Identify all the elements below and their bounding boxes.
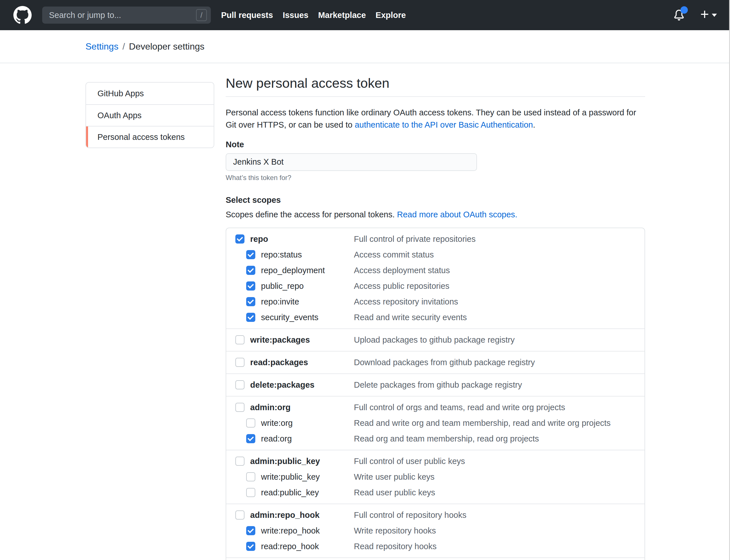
scope-checkbox-read-packages[interactable] xyxy=(235,358,244,367)
nav-explore[interactable]: Explore xyxy=(376,11,406,20)
scope-row: repo:status Access commit status xyxy=(226,247,645,263)
scope-row: repo Full control of private repositorie… xyxy=(226,231,645,247)
scope-checkbox-security-events[interactable] xyxy=(246,313,255,322)
scope-name: read:org xyxy=(261,434,292,443)
main-panel: New personal access token Personal acces… xyxy=(226,76,645,560)
scope-checkbox-write-public-key[interactable] xyxy=(246,472,255,481)
oauth-scopes-link[interactable]: Read more about OAuth scopes. xyxy=(397,210,517,219)
scope-checkbox-repo-invite[interactable] xyxy=(246,297,255,306)
breadcrumb: Settings / Developer settings xyxy=(0,30,730,63)
note-input[interactable] xyxy=(226,153,477,171)
scope-row: write:packages Upload packages to github… xyxy=(226,332,645,348)
scope-description: Download packages from github package re… xyxy=(354,358,535,367)
scope-name: write:repo_hook xyxy=(261,526,320,536)
scope-checkbox-admin-repo-hook[interactable] xyxy=(235,510,244,520)
scope-checkbox-read-public-key[interactable] xyxy=(246,488,255,497)
app-header: / Pull requests Issues Marketplace Explo… xyxy=(0,0,730,30)
select-scopes-heading: Select scopes xyxy=(226,195,645,205)
scope-checkbox-admin-org[interactable] xyxy=(235,403,244,412)
caret-down-icon xyxy=(712,14,717,17)
nav-issues[interactable]: Issues xyxy=(283,11,308,20)
scope-row: admin:org Full control of orgs and teams… xyxy=(226,400,645,415)
header-actions: + xyxy=(674,9,717,22)
scope-group-admin-repo-hook: admin:repo_hook Full control of reposito… xyxy=(226,504,645,557)
header-search: / xyxy=(42,7,211,24)
scope-checkbox-read-repo-hook[interactable] xyxy=(246,542,255,551)
sidebar-item-oauth-apps[interactable]: OAuth Apps xyxy=(86,104,214,126)
search-input[interactable] xyxy=(48,10,196,20)
basic-auth-link[interactable]: authenticate to the API over Basic Authe… xyxy=(355,120,533,129)
scope-group-delete-packages: delete:packages Delete packages from git… xyxy=(226,373,645,396)
scope-name: repo:invite xyxy=(261,297,299,306)
breadcrumb-separator: / xyxy=(118,41,129,52)
scope-row: repo:invite Access repository invitation… xyxy=(226,294,645,310)
scope-group-read-packages: read:packages Download packages from git… xyxy=(226,351,645,373)
scope-description: Full control of repository hooks xyxy=(354,510,467,520)
note-help-text: What’s this token for? xyxy=(226,174,645,182)
scope-name: write:org xyxy=(261,418,292,428)
scope-description: Full control of user public keys xyxy=(354,457,465,466)
scope-checkbox-public-repo[interactable] xyxy=(246,281,255,291)
sidebar-item-github-apps[interactable]: GitHub Apps xyxy=(86,83,214,104)
breadcrumb-settings-link[interactable]: Settings xyxy=(85,41,118,52)
scope-description: Write repository hooks xyxy=(354,526,436,536)
scope-row: write:org Read and write org and team me… xyxy=(226,415,645,431)
scope-description: Access public repositories xyxy=(354,281,449,291)
create-new-button[interactable]: + xyxy=(700,9,717,22)
scope-row: read:org Read org and team membership, r… xyxy=(226,431,645,447)
slash-key-hint: / xyxy=(196,9,207,21)
scope-checkbox-write-org[interactable] xyxy=(246,418,255,428)
scope-checkbox-admin-public-key[interactable] xyxy=(235,457,244,466)
unread-notification-dot xyxy=(680,6,688,14)
scope-name: repo xyxy=(250,234,268,244)
page-title: New personal access token xyxy=(226,76,645,91)
scope-checkbox-read-org[interactable] xyxy=(246,434,255,443)
settings-menu: GitHub Apps OAuth Apps Personal access t… xyxy=(85,82,214,148)
sidebar-item-label: Personal access tokens xyxy=(97,132,185,142)
scope-description: Read repository hooks xyxy=(354,542,437,551)
scope-row: write:public_key Write user public keys xyxy=(226,469,645,485)
nav-marketplace[interactable]: Marketplace xyxy=(318,11,366,20)
scope-description: Read user public keys xyxy=(354,488,435,497)
scope-checkbox-write-repo-hook[interactable] xyxy=(246,526,255,535)
scope-description: Full control of private repositories xyxy=(354,234,476,244)
scope-description: Read and write org and team membership, … xyxy=(354,418,611,428)
sidebar-item-label: OAuth Apps xyxy=(97,111,142,120)
scope-description: Read and write security events xyxy=(354,313,467,322)
scope-name: repo_deployment xyxy=(261,266,325,275)
scope-row: admin:repo_hook Full control of reposito… xyxy=(226,507,645,523)
scope-description: Upload packages to github package regist… xyxy=(354,335,515,345)
sidebar-item-personal-access-tokens[interactable]: Personal access tokens xyxy=(86,126,214,148)
scope-checkbox-delete-packages[interactable] xyxy=(235,380,244,389)
scope-description: Access deployment status xyxy=(354,266,450,275)
scope-name: write:packages xyxy=(250,335,310,345)
intro-text-end: . xyxy=(533,120,535,129)
scope-row: admin:public_key Full control of user pu… xyxy=(226,453,645,469)
scope-description: Access commit status xyxy=(354,250,434,259)
scope-description: Read org and team membership, read org p… xyxy=(354,434,539,443)
nav-pull-requests[interactable]: Pull requests xyxy=(221,11,273,20)
breadcrumb-current: Developer settings xyxy=(129,41,204,52)
scope-checkbox-repo-status[interactable] xyxy=(246,250,255,259)
scope-description: Full control of orgs and teams, read and… xyxy=(354,403,565,412)
scope-checkbox-repo-deployment[interactable] xyxy=(246,266,255,275)
plus-icon: + xyxy=(700,7,709,22)
scope-description: Delete packages from github package regi… xyxy=(354,380,522,390)
notifications-button[interactable] xyxy=(674,10,684,21)
scope-checkbox-repo[interactable] xyxy=(235,234,244,244)
scope-group-write-packages: write:packages Upload packages to github… xyxy=(226,328,645,351)
scope-group-admin-org-hook: admin:org_hook Full control of organizat… xyxy=(226,557,645,560)
content: GitHub Apps OAuth Apps Personal access t… xyxy=(0,63,730,560)
scope-name: write:public_key xyxy=(261,472,320,482)
scope-group-admin-public-key: admin:public_key Full control of user pu… xyxy=(226,450,645,504)
scope-name: admin:org xyxy=(250,403,290,412)
scope-row: delete:packages Delete packages from git… xyxy=(226,377,645,393)
scope-checkbox-write-packages[interactable] xyxy=(235,335,244,344)
scope-name: read:repo_hook xyxy=(261,542,319,551)
scope-row: security_events Read and write security … xyxy=(226,310,645,325)
note-label: Note xyxy=(226,140,244,149)
scope-description: Write user public keys xyxy=(354,472,435,482)
github-logo-icon[interactable] xyxy=(13,6,32,24)
scope-name: repo:status xyxy=(261,250,302,259)
scope-name: public_repo xyxy=(261,281,304,291)
